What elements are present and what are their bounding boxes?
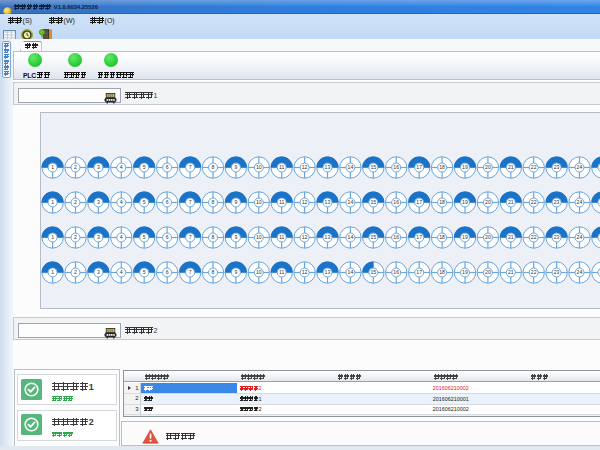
svg-text:2: 2 <box>74 164 77 170</box>
svg-text:16: 16 <box>393 164 399 170</box>
svg-text:23: 23 <box>554 164 560 170</box>
svg-text:23: 23 <box>554 234 560 240</box>
svg-text:10: 10 <box>256 234 262 240</box>
svg-text:12: 12 <box>302 199 308 205</box>
svg-text:1: 1 <box>51 199 54 205</box>
svg-text:10: 10 <box>256 199 262 205</box>
svg-text:24: 24 <box>577 269 583 275</box>
svg-text:22: 22 <box>531 269 537 275</box>
svg-text:3: 3 <box>97 269 100 275</box>
svg-text:12: 12 <box>302 234 308 240</box>
svg-text:4: 4 <box>120 234 123 240</box>
svg-text:16: 16 <box>393 269 399 275</box>
svg-text:4: 4 <box>120 199 123 205</box>
svg-text:20: 20 <box>485 234 491 240</box>
svg-text:2: 2 <box>74 234 77 240</box>
svg-text:8: 8 <box>212 199 215 205</box>
svg-text:20: 20 <box>485 164 491 170</box>
svg-text:17: 17 <box>416 269 422 275</box>
svg-text:22: 22 <box>531 199 537 205</box>
svg-text:19: 19 <box>462 234 468 240</box>
svg-text:19: 19 <box>462 269 468 275</box>
svg-text:18: 18 <box>439 234 445 240</box>
svg-text:8: 8 <box>212 164 215 170</box>
svg-text:1: 1 <box>51 234 54 240</box>
svg-text:21: 21 <box>508 234 514 240</box>
svg-text:11: 11 <box>279 199 284 205</box>
svg-text:19: 19 <box>462 164 468 170</box>
svg-text:1: 1 <box>51 164 54 170</box>
svg-text:19: 19 <box>462 199 468 205</box>
svg-text:8: 8 <box>212 234 215 240</box>
svg-text:9: 9 <box>234 269 237 275</box>
svg-text:10: 10 <box>256 164 262 170</box>
svg-text:5: 5 <box>143 199 146 205</box>
svg-text:5: 5 <box>143 234 146 240</box>
svg-text:4: 4 <box>120 164 123 170</box>
svg-text:20: 20 <box>485 269 491 275</box>
svg-text:7: 7 <box>189 234 192 240</box>
svg-text:8: 8 <box>212 269 215 275</box>
svg-text:6: 6 <box>166 199 169 205</box>
svg-text:17: 17 <box>416 164 422 170</box>
svg-text:11: 11 <box>279 234 284 240</box>
svg-text:9: 9 <box>234 234 237 240</box>
svg-text:22: 22 <box>531 164 537 170</box>
svg-text:22: 22 <box>531 234 537 240</box>
svg-text:15: 15 <box>370 199 376 205</box>
svg-text:13: 13 <box>325 164 331 170</box>
svg-text:2: 2 <box>74 199 77 205</box>
svg-text:6: 6 <box>166 269 169 275</box>
svg-text:18: 18 <box>439 269 445 275</box>
svg-text:14: 14 <box>348 269 354 275</box>
svg-text:15: 15 <box>370 269 376 275</box>
svg-text:23: 23 <box>554 199 560 205</box>
svg-text:24: 24 <box>577 164 583 170</box>
svg-text:15: 15 <box>370 234 376 240</box>
svg-text:11: 11 <box>279 164 284 170</box>
svg-text:16: 16 <box>393 199 399 205</box>
svg-text:24: 24 <box>577 234 583 240</box>
svg-text:20: 20 <box>485 199 491 205</box>
svg-text:3: 3 <box>97 234 100 240</box>
svg-text:18: 18 <box>439 199 445 205</box>
svg-text:4: 4 <box>120 269 123 275</box>
svg-text:7: 7 <box>189 269 192 275</box>
svg-text:11: 11 <box>279 269 284 275</box>
svg-text:14: 14 <box>348 164 354 170</box>
svg-text:21: 21 <box>508 164 514 170</box>
svg-text:7: 7 <box>189 164 192 170</box>
svg-text:17: 17 <box>416 199 422 205</box>
svg-text:9: 9 <box>234 164 237 170</box>
svg-text:2: 2 <box>74 269 77 275</box>
svg-text:10: 10 <box>256 269 262 275</box>
svg-text:14: 14 <box>348 199 354 205</box>
svg-text:9: 9 <box>234 199 237 205</box>
svg-text:13: 13 <box>325 199 331 205</box>
svg-text:5: 5 <box>143 164 146 170</box>
svg-text:7: 7 <box>189 199 192 205</box>
svg-text:1: 1 <box>51 269 54 275</box>
svg-text:15: 15 <box>370 164 376 170</box>
svg-text:13: 13 <box>325 234 331 240</box>
svg-text:23: 23 <box>554 269 560 275</box>
svg-text:3: 3 <box>97 164 100 170</box>
svg-text:24: 24 <box>577 199 583 205</box>
svg-text:12: 12 <box>302 164 308 170</box>
svg-text:3: 3 <box>97 199 100 205</box>
svg-text:14: 14 <box>348 234 354 240</box>
svg-text:21: 21 <box>508 199 514 205</box>
svg-text:6: 6 <box>166 164 169 170</box>
svg-text:17: 17 <box>416 234 422 240</box>
svg-text:6: 6 <box>166 234 169 240</box>
svg-text:16: 16 <box>393 234 399 240</box>
svg-text:5: 5 <box>143 269 146 275</box>
svg-text:12: 12 <box>302 269 308 275</box>
svg-text:21: 21 <box>508 269 514 275</box>
svg-text:13: 13 <box>325 269 331 275</box>
svg-text:18: 18 <box>439 164 445 170</box>
